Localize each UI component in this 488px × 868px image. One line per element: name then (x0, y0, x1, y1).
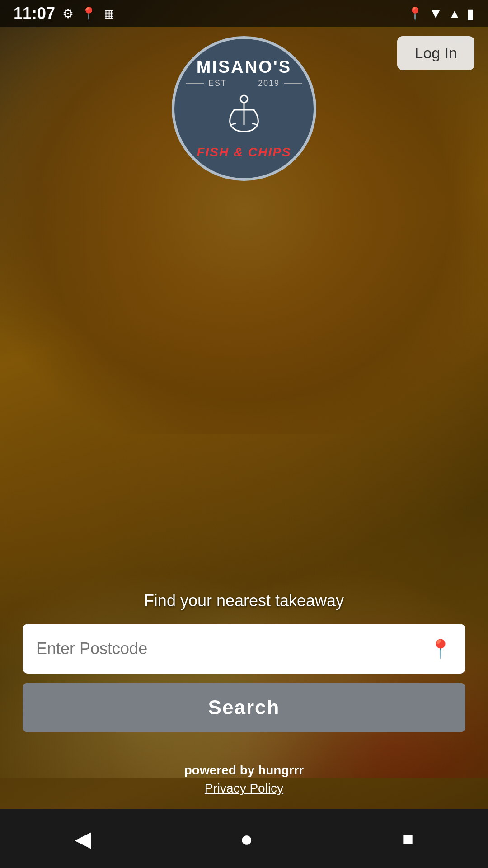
logo-est-row: EST 2019 (186, 79, 302, 88)
logo-line-right (284, 83, 302, 84)
svg-point-0 (240, 95, 248, 103)
navigation-bar (0, 809, 488, 868)
search-button[interactable]: Search (23, 683, 465, 732)
logo-fish-chips: FISH & CHIPS (197, 145, 291, 160)
logo-name: MISANO'S (197, 57, 291, 77)
battery-icon: ▮ (467, 6, 474, 22)
status-time: 11:07 (14, 4, 55, 23)
home-button[interactable] (213, 817, 280, 860)
privacy-policy-link[interactable]: Privacy Policy (205, 781, 283, 796)
tagline-text: Find your nearest takeaway (144, 591, 344, 610)
wifi-icon: ▼ (429, 6, 443, 21)
location-icon: 📍 (81, 6, 97, 21)
postcode-input[interactable] (36, 639, 429, 658)
svg-line-3 (230, 123, 236, 125)
search-bar: 📍 (23, 624, 465, 674)
status-right: 📍 ▼ ▲ ▮ (407, 6, 474, 22)
logo-line-left (186, 83, 204, 84)
app-logo: MISANO'S EST 2019 (172, 36, 316, 181)
footer: powered by hungrrr Privacy Policy (0, 763, 488, 796)
login-button[interactable]: Log In (397, 36, 474, 70)
anchor-icon (221, 91, 267, 142)
logo-inner: MISANO'S EST 2019 (186, 57, 302, 160)
sim-icon: ▦ (104, 7, 114, 20)
gps-icon: 📍 (407, 6, 423, 21)
logo-year: 2019 (258, 79, 280, 88)
powered-by: powered by hungrrr (184, 763, 304, 778)
logo-spacer (231, 79, 253, 88)
signal-icon: ▲ (449, 7, 460, 21)
svg-line-4 (252, 123, 258, 125)
status-left: 11:07 ⚙ 📍 ▦ (14, 4, 114, 23)
status-bar: 11:07 ⚙ 📍 ▦ 📍 ▼ ▲ ▮ (0, 0, 488, 27)
logo-est: EST (208, 79, 227, 88)
back-button[interactable] (47, 817, 118, 860)
main-content: MISANO'S EST 2019 (0, 0, 488, 868)
settings-icon: ⚙ (62, 6, 74, 21)
powered-by-brand: hungrrr (258, 763, 304, 777)
recents-button[interactable] (375, 819, 441, 859)
postcode-location-icon: 📍 (429, 638, 452, 660)
powered-by-prefix: powered by (184, 763, 258, 777)
